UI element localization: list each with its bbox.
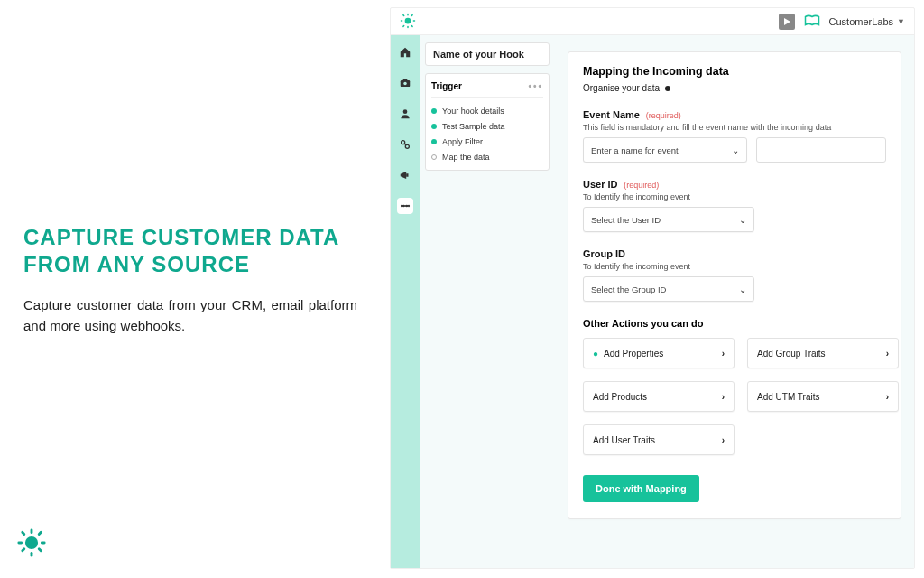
chevron-right-icon: › — [886, 349, 889, 359]
svg-rect-17 — [402, 24, 405, 27]
group-id-field: Group ID To Identify the incoming event … — [583, 248, 886, 302]
action-label: Add Properties — [604, 349, 663, 359]
app-window: CustomerLabs ▼ Name of your Hook Trigger… — [390, 7, 915, 569]
action-add-group-traits[interactable]: Add Group Traits › — [747, 338, 899, 368]
svg-point-22 — [403, 109, 408, 114]
chevron-down-icon: ⌄ — [732, 145, 739, 155]
svg-rect-5 — [21, 530, 26, 536]
step-dot-icon — [431, 124, 437, 129]
event-name-input[interactable] — [756, 137, 886, 163]
camera-icon[interactable] — [397, 75, 413, 91]
brand-logo-icon — [16, 527, 47, 562]
svg-rect-11 — [407, 25, 409, 28]
trigger-step[interactable]: Map the data — [431, 149, 543, 164]
svg-rect-2 — [31, 552, 33, 557]
trigger-title: Trigger — [431, 81, 462, 91]
link-icon[interactable] — [397, 136, 413, 153]
svg-rect-15 — [411, 24, 413, 27]
trigger-step[interactable]: Your hook details — [431, 103, 543, 118]
panel-wrap: Mapping the Incoming data Organise your … — [555, 35, 914, 568]
svg-rect-6 — [37, 547, 42, 553]
chevron-down-icon: ⌄ — [739, 215, 746, 225]
svg-point-23 — [402, 141, 405, 144]
user-id-desc: To Identify the incoming event — [583, 192, 886, 201]
play-icon[interactable] — [779, 14, 795, 30]
chevron-right-icon: › — [722, 392, 725, 402]
chevron-right-icon: › — [722, 435, 725, 445]
svg-line-25 — [404, 144, 406, 145]
caret-down-icon: ▼ — [897, 17, 905, 26]
megaphone-icon[interactable] — [397, 167, 413, 183]
event-name-placeholder: Enter a name for event — [591, 145, 679, 155]
hook-name-card[interactable]: Name of your Hook — [425, 42, 550, 66]
svg-rect-4 — [41, 542, 46, 545]
done-with-mapping-button[interactable]: Done with Mapping — [583, 475, 699, 502]
event-name-field: Event Name (required) This field is mand… — [583, 109, 886, 163]
svg-rect-13 — [413, 20, 416, 22]
svg-rect-7 — [37, 530, 42, 536]
group-id-label: Group ID — [583, 248, 625, 259]
action-add-utm-traits[interactable]: Add UTM Traits › — [747, 381, 899, 412]
action-label: Add Group Traits — [757, 349, 826, 359]
mapping-panel: Mapping the Incoming data Organise your … — [568, 51, 901, 519]
user-id-select[interactable]: Select the User ID ⌄ — [583, 207, 754, 232]
trigger-step[interactable]: Test Sample data — [431, 118, 543, 134]
marketing-copy: CAPTURE CUSTOMER DATA FROM ANY SOURCE Ca… — [23, 224, 357, 337]
group-id-desc: To Identify the incoming event — [583, 262, 886, 271]
svg-rect-3 — [17, 542, 23, 545]
user-id-field: User ID (required) To Identify the incom… — [583, 179, 886, 232]
svg-rect-26 — [406, 173, 408, 177]
user-icon[interactable] — [397, 106, 413, 122]
svg-point-20 — [403, 82, 407, 86]
svg-rect-1 — [31, 528, 33, 534]
svg-marker-18 — [784, 18, 790, 25]
svg-rect-12 — [401, 20, 403, 22]
required-badge: (required) — [646, 111, 681, 120]
action-label: Add UTM Traits — [757, 392, 819, 402]
group-id-placeholder: Select the Group ID — [591, 284, 666, 294]
trigger-card: Trigger ••• Your hook details Test Sampl… — [425, 73, 550, 171]
event-name-select[interactable]: Enter a name for event ⌄ — [583, 137, 747, 163]
marketing-headline: CAPTURE CUSTOMER DATA FROM ANY SOURCE — [23, 224, 357, 278]
step-label: Test Sample data — [442, 122, 505, 131]
required-badge: (required) — [624, 181, 659, 190]
more-icon[interactable]: ••• — [528, 81, 543, 91]
other-actions-title: Other Actions you can do — [583, 318, 886, 329]
nav-rail — [391, 35, 420, 568]
svg-rect-16 — [411, 14, 413, 16]
infinity-icon[interactable] — [397, 198, 413, 214]
action-label: Add User Traits — [593, 435, 655, 445]
svg-rect-14 — [402, 14, 405, 16]
chevron-right-icon: › — [886, 392, 889, 402]
event-name-label: Event Name — [583, 109, 640, 120]
account-menu[interactable]: CustomerLabs ▼ — [829, 16, 905, 27]
book-icon[interactable] — [804, 14, 820, 29]
event-name-desc: This field is mandatory and fill the eve… — [583, 123, 886, 132]
trigger-step[interactable]: Apply Filter — [431, 134, 543, 149]
action-grid: ●Add Properties › Add Group Traits › Add… — [583, 338, 886, 455]
group-id-select[interactable]: Select the Group ID ⌄ — [583, 276, 754, 302]
step-label: Your hook details — [442, 107, 504, 116]
home-icon[interactable] — [397, 44, 413, 61]
step-dot-icon — [431, 139, 437, 144]
svg-rect-21 — [403, 79, 408, 80]
panel-title: Mapping the Incoming data — [583, 65, 886, 78]
app-body: Name of your Hook Trigger ••• Your hook … — [391, 35, 914, 568]
svg-rect-8 — [21, 547, 26, 553]
step-dot-icon — [431, 154, 437, 160]
marketing-body: Capture customer data from your CRM, ema… — [23, 294, 357, 337]
bullet-icon: ● — [593, 349, 598, 359]
svg-point-9 — [405, 17, 411, 23]
action-label: Add Products — [593, 392, 647, 402]
user-id-placeholder: Select the User ID — [591, 215, 661, 225]
brand-gear-icon — [400, 13, 416, 31]
step-dot-icon — [431, 108, 437, 114]
steps-column: Name of your Hook Trigger ••• Your hook … — [420, 35, 555, 568]
action-add-properties[interactable]: ●Add Properties › — [583, 338, 735, 368]
action-add-user-traits[interactable]: Add User Traits › — [583, 424, 735, 455]
user-id-label: User ID — [583, 179, 618, 190]
svg-point-0 — [25, 536, 38, 549]
action-add-products[interactable]: Add Products › — [583, 381, 735, 412]
panel-subtitle: Organise your data — [583, 83, 660, 93]
subtitle-dot-icon — [665, 86, 670, 91]
